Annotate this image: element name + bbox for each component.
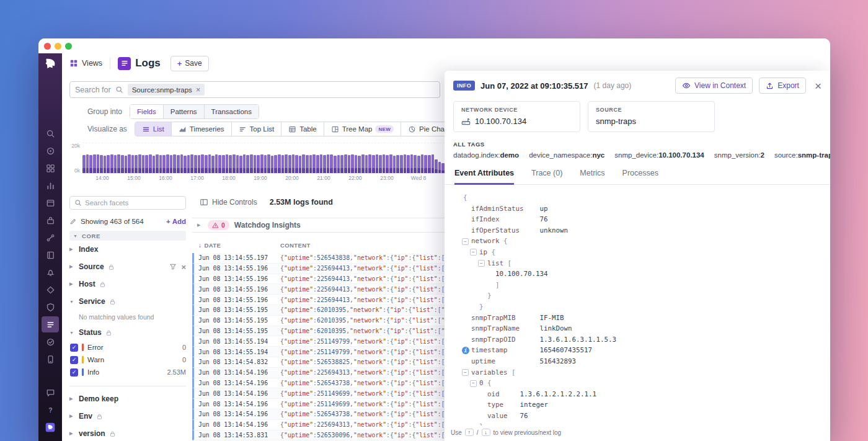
zoom-window-button[interactable]	[65, 43, 72, 50]
view-in-context-button[interactable]: View in Context	[675, 78, 753, 94]
facet-index[interactable]: ▶Index	[69, 241, 186, 258]
tab-processes[interactable]: Processes	[622, 169, 658, 184]
log-date: Jun 08 13:14:54.196	[198, 421, 280, 428]
visualize-table[interactable]: Table	[281, 122, 324, 136]
facet-option-info[interactable]: ✓Info2.53M	[69, 366, 186, 378]
export-button[interactable]: Export	[759, 78, 806, 94]
group-by-transactions[interactable]: Transactions	[205, 105, 259, 118]
sidebar-item-infrastructure[interactable]	[42, 160, 59, 176]
facet-label: Source	[79, 262, 104, 271]
log-content: {"uptime":251149799,"network":{"ip":{"li…	[280, 349, 452, 355]
monitors-icon	[46, 268, 55, 277]
minimize-window-button[interactable]	[55, 43, 61, 50]
sidebar-item-integrations[interactable]	[42, 212, 59, 228]
alert-icon	[212, 222, 219, 229]
filter-facet-icon[interactable]	[169, 263, 177, 270]
visualize-list[interactable]: List	[135, 122, 172, 136]
tree-value: 1.3.6.1.6.3.1.1.5.3	[540, 336, 617, 344]
facet-service[interactable]: ▼Service	[69, 293, 186, 310]
lock-icon	[99, 281, 106, 288]
tag-datadog-index[interactable]: datadog.index:demo	[453, 151, 519, 159]
collapse-node-icon[interactable]: −	[470, 380, 477, 387]
sidebar-item-help[interactable]: ?	[42, 402, 59, 418]
search-icon	[46, 129, 55, 138]
sidebar-item-feedback[interactable]	[42, 385, 59, 401]
facet-search-input[interactable]	[85, 199, 181, 207]
pencil-icon[interactable]	[69, 218, 77, 225]
date-column-header[interactable]: ↓ DATE	[198, 242, 280, 249]
chevron-right-icon: ▶	[69, 396, 75, 401]
tag-device-namespace[interactable]: device_namespace:nyc	[529, 151, 604, 159]
log-search-bar[interactable]: Search for Source:snmp-traps ×	[69, 81, 440, 98]
sidebar-item-datadog-logo[interactable]	[42, 56, 59, 72]
visualize-top-list[interactable]: Top List	[232, 122, 282, 136]
save-button[interactable]: + Save	[170, 56, 209, 71]
chart-bar	[376, 154, 379, 173]
facet-label: Status	[79, 328, 102, 337]
sidebar-item-synthetics[interactable]	[42, 282, 59, 298]
sidebar-item-ci[interactable]	[42, 334, 59, 350]
facet-demo-keep[interactable]: ▶Demo keep	[69, 390, 186, 408]
tab-event-attributes[interactable]: Event Attributes	[454, 169, 514, 185]
tab-metrics[interactable]: Metrics	[580, 169, 604, 184]
chart-plot-area[interactable]	[82, 143, 445, 174]
checkbox-checked[interactable]: ✓	[70, 344, 78, 352]
remove-facet-icon[interactable]: ×	[181, 263, 186, 271]
new-badge: NEW	[375, 125, 394, 133]
search-filter-chip[interactable]: Source:snmp-traps ×	[128, 84, 205, 96]
facet-option-warn[interactable]: ✓Warn0	[69, 354, 186, 366]
sidebar-item-notebooks[interactable]	[42, 247, 59, 263]
export-icon	[766, 82, 774, 90]
collapse-node-icon[interactable]: −	[462, 238, 469, 245]
collapse-node-icon[interactable]: −	[470, 249, 477, 256]
facet-host[interactable]: ▶Host	[69, 275, 186, 293]
chart-bar	[302, 154, 305, 173]
sidebar-item-rum[interactable]	[42, 351, 59, 367]
chart-bar	[97, 154, 100, 173]
tag-snmp-device[interactable]: snmp_device:10.100.70.134	[614, 151, 704, 159]
group-by-patterns[interactable]: Patterns	[164, 105, 205, 118]
visualize-tree-map[interactable]: Tree MapNEW	[324, 122, 401, 136]
detail-card-network-device[interactable]: NETWORK DEVICE10.100.70.134	[453, 101, 580, 132]
sidebar-item-security[interactable]	[42, 299, 59, 315]
sidebar-item-apm[interactable]	[42, 229, 59, 246]
facet-status[interactable]: ▼Status	[69, 324, 186, 341]
sidebar-item-watchdog[interactable]	[42, 143, 59, 159]
add-facet-button[interactable]: +Add	[166, 218, 186, 225]
tab-trace-0[interactable]: Trace (0)	[531, 169, 562, 184]
tree-punctuation: [	[512, 368, 516, 376]
chart-bar	[125, 156, 128, 173]
sidebar-item-monitors[interactable]	[42, 264, 59, 280]
sidebar-item-search[interactable]	[42, 125, 59, 141]
visualize-timeseries[interactable]: Timeseries	[172, 122, 232, 136]
collapse-node-icon[interactable]: −	[478, 260, 485, 267]
group-by-fields[interactable]: Fields	[130, 105, 164, 118]
sidebar-item-logs[interactable]	[42, 316, 59, 332]
detail-card-source[interactable]: SOURCEsnmp-traps	[588, 101, 715, 132]
checkbox-checked[interactable]: ✓	[70, 356, 78, 364]
views-button[interactable]: Views	[69, 59, 102, 68]
checkbox-checked[interactable]: ✓	[70, 368, 78, 376]
sidebar-item-metrics[interactable]	[42, 177, 59, 194]
facet-option-error[interactable]: ✓Error0	[69, 341, 186, 354]
remove-filter-icon[interactable]: ×	[196, 86, 201, 94]
log-content: {"uptime":62010395,"network":{"ip":{"lis…	[280, 317, 452, 324]
sidebar-item-datadog-apps[interactable]	[42, 419, 59, 435]
collapse-node-icon[interactable]: −	[462, 369, 469, 376]
detail-tabs: Event AttributesTrace (0)MetricsProcesse…	[445, 164, 830, 185]
tag-snmp-version[interactable]: snmp_version:2	[714, 151, 764, 159]
facet-source[interactable]: ▶Source×	[69, 258, 186, 275]
logs-icon	[46, 320, 55, 329]
chart-bar	[201, 154, 204, 173]
log-content: {"uptime":225694413,"network":{"ip":{"li…	[280, 265, 452, 272]
facet-group-core-header[interactable]: ▼ CORE	[69, 231, 186, 241]
sidebar-item-events[interactable]	[42, 195, 59, 211]
content-column-header[interactable]: CONTENT	[280, 242, 311, 249]
close-window-button[interactable]	[44, 43, 51, 50]
facet-env[interactable]: ▶Env	[69, 408, 186, 425]
close-panel-icon[interactable]: ×	[815, 80, 822, 92]
facet-version[interactable]: ▶version	[69, 425, 186, 441]
facet-search-box[interactable]	[69, 196, 186, 210]
hide-controls-button[interactable]: Hide Controls	[200, 198, 257, 207]
tag-source[interactable]: source:snmp-traps	[774, 151, 830, 159]
